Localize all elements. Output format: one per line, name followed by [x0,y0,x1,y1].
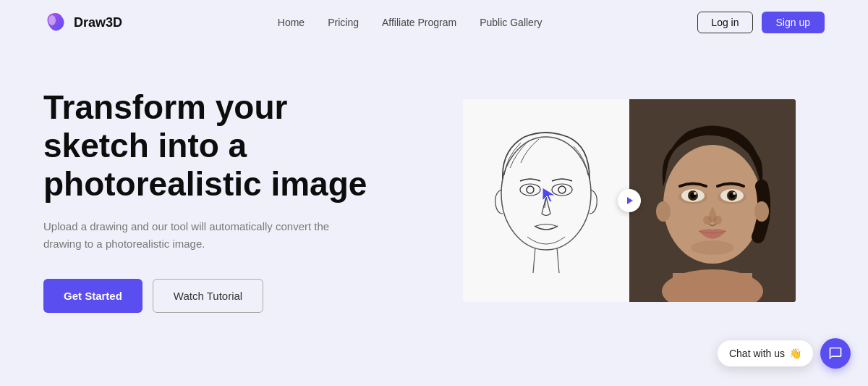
draw3d-logo-icon [43,10,68,35]
svg-rect-9 [673,273,752,302]
divider-arrow [618,189,641,212]
svg-marker-6 [542,188,556,202]
before-after-image [463,99,796,302]
svg-point-24 [713,216,722,225]
hero-title: Transform your sketch into a photorealis… [43,88,391,204]
face-photo-svg [629,99,796,302]
svg-point-22 [733,192,736,195]
svg-point-21 [694,192,697,195]
chat-button[interactable] [820,338,851,369]
login-button[interactable]: Log in [697,12,752,33]
signup-button[interactable]: Sign up [762,12,825,33]
logo[interactable]: Draw3D [43,10,122,35]
navigation: Draw3D Home Pricing Affiliate Program Pu… [0,0,868,45]
svg-point-23 [703,216,712,225]
svg-point-4 [527,186,534,193]
hero-subtitle: Upload a drawing and our tool will autom… [43,218,333,253]
svg-point-12 [754,201,769,222]
hero-content: Transform your sketch into a photorealis… [43,88,391,313]
chat-icon [828,346,843,361]
photo-side [629,99,796,302]
svg-point-25 [691,240,734,255]
affiliate-link[interactable]: Affiliate Program [382,17,456,28]
svg-point-11 [656,201,671,222]
hero-image [434,99,825,302]
home-link[interactable]: Home [278,17,305,28]
nav-links: Home Pricing Affiliate Program Public Ga… [278,17,542,28]
svg-point-0 [48,15,56,25]
logo-text: Draw3D [74,15,122,30]
nav-actions: Log in Sign up [697,12,825,33]
watch-tutorial-button[interactable]: Watch Tutorial [153,279,263,313]
chat-wave-emoji: 👋 [789,348,801,359]
chat-bubble-text: Chat with us [729,348,785,359]
sketch-side [463,99,629,302]
chat-widget: Chat with us 👋 [718,338,851,369]
gallery-link[interactable]: Public Gallery [480,17,542,28]
pricing-link[interactable]: Pricing [328,17,359,28]
hero-section: Transform your sketch into a photorealis… [0,45,868,342]
photo-placeholder [629,99,796,302]
chat-bubble: Chat with us 👋 [718,340,813,366]
arrow-right-icon [627,197,633,204]
cursor-icon [540,185,560,205]
get-started-button[interactable]: Get Started [43,279,142,313]
hero-buttons: Get Started Watch Tutorial [43,279,391,313]
